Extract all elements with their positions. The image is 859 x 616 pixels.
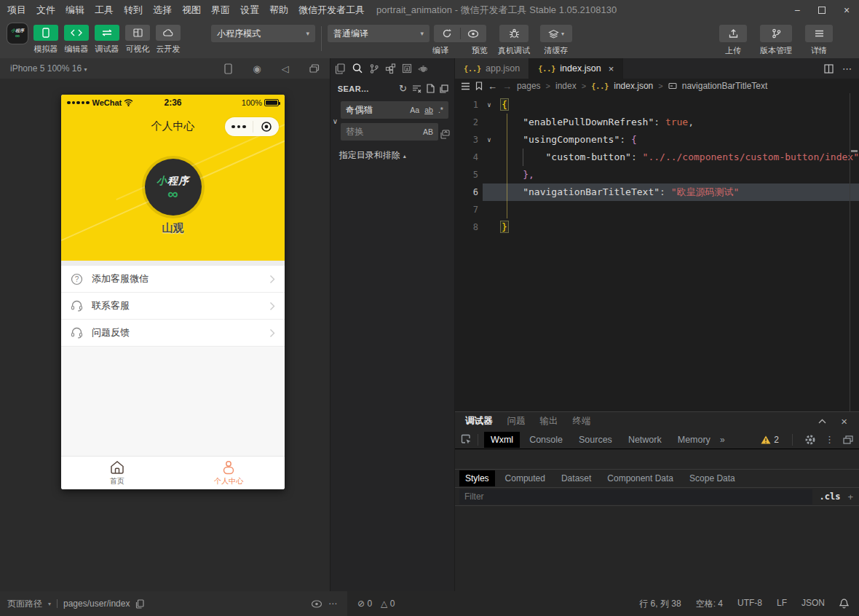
kebab-menu-icon[interactable]: ⋮ [825, 434, 834, 445]
replace-all-icon[interactable] [440, 130, 450, 139]
clear-cache-button[interactable]: ▾ 清缓存 [540, 25, 572, 56]
st-tab-scope-data[interactable]: Scope Data [684, 470, 741, 486]
page-path-label[interactable]: 页面路径 [7, 598, 42, 610]
explorer-icon[interactable] [335, 63, 346, 74]
open-in-editor-icon[interactable] [427, 84, 435, 93]
details-button[interactable]: 详情 [805, 25, 833, 56]
preserve-case-toggle[interactable]: AB [421, 127, 435, 137]
warning-badge[interactable]: 2 [761, 435, 779, 445]
st-tab-dataset[interactable]: Dataset [555, 470, 597, 486]
menu-item-问题反馈[interactable]: 问题反馈 [61, 320, 285, 347]
editor-scrollbar[interactable] [850, 93, 859, 411]
cls-toggle[interactable]: .cls [820, 491, 841, 502]
code-line-2[interactable]: 2 "enablePullDownRefresh": true, [455, 114, 859, 131]
search-input-box[interactable]: Aa ab .* [341, 101, 448, 119]
whole-word-toggle[interactable]: ab [423, 105, 435, 115]
inspect-icon[interactable] [461, 434, 472, 445]
menu-选择[interactable]: 选择 [153, 4, 172, 17]
regex-toggle[interactable]: .* [437, 105, 445, 115]
clear-results-icon[interactable] [412, 84, 421, 93]
filter-input-box[interactable] [459, 489, 812, 505]
dt-tab-console[interactable]: Console [523, 432, 569, 448]
copy-icon[interactable] [135, 599, 144, 609]
dbg-tab-输出[interactable]: 输出 [539, 415, 558, 427]
tab-profile[interactable]: 个人中心 [173, 457, 285, 489]
status-utf-8[interactable]: UTF-8 [737, 598, 762, 610]
gear-icon[interactable] [804, 434, 816, 446]
record-icon[interactable]: ◉ [253, 63, 261, 74]
menu-编辑[interactable]: 编辑 [66, 4, 84, 17]
maximize-button[interactable] [809, 0, 834, 20]
menu-帮助[interactable]: 帮助 [269, 4, 288, 17]
collapse-all-icon[interactable] [440, 84, 448, 93]
dt-tab-network[interactable]: Network [622, 432, 668, 448]
miniprogram-logo[interactable]: 小程序 ∞ [7, 23, 28, 44]
breadcrumb-symbol[interactable]: navigationBarTitleText [682, 81, 768, 91]
dbg-tab-终端[interactable]: 终端 [572, 415, 590, 427]
close-tab-icon[interactable]: × [609, 63, 614, 74]
status--4[interactable]: 空格: 4 [696, 598, 723, 610]
menu-界面[interactable]: 界面 [211, 4, 230, 17]
menu-文件[interactable]: 文件 [36, 4, 55, 17]
search-options-toggle[interactable]: 指定目录和排除▴ [339, 149, 454, 162]
status-lf[interactable]: LF [777, 598, 787, 610]
filter-input[interactable] [464, 491, 777, 502]
breadcrumb-index[interactable]: index [555, 81, 577, 91]
source-control-icon[interactable] [369, 63, 379, 74]
device-selector[interactable]: iPhone 5 100% 16 ▾ [10, 63, 87, 74]
multi-window-icon[interactable] [309, 64, 320, 73]
replace-input[interactable] [346, 127, 419, 137]
menu-item-联系客服[interactable]: 联系客服 [61, 293, 285, 320]
close-button[interactable]: × [834, 0, 859, 20]
code-line-1[interactable]: 1∨{ [455, 96, 859, 114]
status-json[interactable]: JSON [801, 598, 825, 610]
code-line-5[interactable]: 5 }, [455, 166, 859, 183]
watch-icon[interactable] [311, 600, 322, 608]
forward-icon[interactable]: → [502, 81, 512, 92]
mode-dropdown[interactable]: 小程序模式 ▾ [211, 25, 315, 42]
preview-button[interactable] [461, 30, 486, 38]
code-editor[interactable]: 1∨{2 "enablePullDownRefresh": true,3∨ "u… [455, 93, 859, 411]
undock-icon[interactable] [843, 435, 853, 444]
sound-icon[interactable]: ◁ [282, 63, 289, 74]
tab-index-json[interactable]: {..} index.json × [529, 58, 623, 79]
visual-toggle[interactable]: 可视化 [122, 25, 153, 55]
compile-mode-dropdown[interactable]: 普通编译 ▾ [328, 25, 430, 42]
menu-微信开发者工具[interactable]: 微信开发者工具 [298, 4, 365, 17]
teapot-icon[interactable] [418, 64, 430, 73]
device-frame-icon[interactable] [224, 63, 232, 74]
menu-item-添加客服微信[interactable]: ? 添加客服微信 [61, 266, 285, 293]
st-tab-computed[interactable]: Computed [499, 470, 551, 486]
st-tab-styles[interactable]: Styles [459, 470, 495, 486]
capsule-button[interactable] [225, 117, 279, 136]
bell-icon[interactable] [839, 599, 849, 609]
toggle-replace-chevron[interactable]: ∨ [333, 117, 338, 125]
editor-toggle[interactable]: 编辑器 [61, 25, 92, 55]
more-tabs-icon[interactable]: » [720, 435, 725, 445]
menu-设置[interactable]: 设置 [240, 4, 259, 17]
more-actions-icon[interactable]: ⋯ [842, 63, 852, 74]
dbg-tab-调试器[interactable]: 调试器 [465, 415, 493, 427]
dbg-tab-问题[interactable]: 问题 [507, 415, 525, 427]
dt-tab-memory[interactable]: Memory [671, 432, 717, 448]
outline-icon[interactable] [461, 82, 470, 90]
avatar[interactable]: 小程序 ∞ [145, 159, 202, 216]
device-debug-button[interactable]: 真机调试 [498, 25, 530, 56]
upload-button[interactable]: 上传 [719, 25, 747, 56]
code-line-4[interactable]: 4 "custom-button": "../../components/cus… [455, 149, 859, 166]
search-input[interactable] [346, 105, 407, 115]
debugger-toggle[interactable]: 调试器 [92, 25, 122, 55]
tab-app-json[interactable]: {..} app.json [455, 58, 529, 79]
code-line-7[interactable]: 7 [455, 201, 859, 218]
refresh-icon[interactable]: ↻ [399, 83, 407, 94]
close-panel-icon[interactable]: × [841, 415, 847, 427]
split-editor-icon[interactable] [824, 64, 834, 74]
replace-input-box[interactable]: AB [341, 123, 438, 141]
dt-tab-sources[interactable]: Sources [572, 432, 619, 448]
compile-button[interactable] [435, 28, 460, 39]
code-line-8[interactable]: 8} [455, 218, 859, 236]
dt-tab-wxml[interactable]: Wxml [484, 432, 520, 448]
breadcrumb-pages[interactable]: pages [517, 81, 541, 91]
npm-icon[interactable] [402, 63, 412, 74]
code-line-3[interactable]: 3∨ "usingComponents": { [455, 131, 859, 149]
